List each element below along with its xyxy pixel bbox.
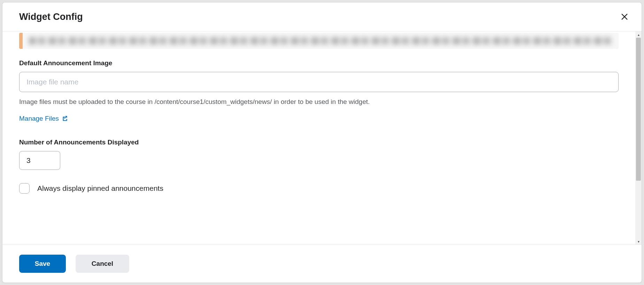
manage-files-row: Manage Files <box>19 115 619 122</box>
modal-footer: Save Cancel <box>2 245 642 283</box>
scroll-down-arrow[interactable]: ▾ <box>635 238 642 245</box>
scroll-thumb[interactable] <box>636 38 641 181</box>
always-pinned-label: Always display pinned announcements <box>37 184 163 193</box>
default-image-label: Default Announcement Image <box>19 59 619 67</box>
save-button[interactable]: Save <box>19 255 66 273</box>
scroll-up-arrow[interactable]: ▴ <box>635 31 642 38</box>
modal-body-wrapper: Default Announcement Image Image files m… <box>2 31 642 245</box>
manage-files-link-label: Manage Files <box>19 115 59 122</box>
modal-title: Widget Config <box>19 12 83 22</box>
widget-config-modal: Widget Config Default Announcement Image… <box>2 2 642 283</box>
close-button[interactable] <box>618 10 631 23</box>
num-announcements-input[interactable] <box>19 151 60 170</box>
default-image-input[interactable] <box>19 72 619 92</box>
cancel-button[interactable]: Cancel <box>76 255 129 273</box>
always-pinned-checkbox[interactable] <box>19 183 30 194</box>
manage-files-link[interactable]: Manage Files <box>19 115 68 122</box>
close-icon <box>621 13 628 21</box>
external-link-icon <box>62 115 68 121</box>
num-announcements-label: Number of Announcements Displayed <box>19 138 619 146</box>
always-pinned-row: Always display pinned announcements <box>19 183 619 194</box>
modal-body: Default Announcement Image Image files m… <box>2 31 635 245</box>
notice-box <box>19 33 619 49</box>
modal-header: Widget Config <box>2 2 642 31</box>
scrollbar[interactable]: ▴ ▾ <box>635 31 642 245</box>
default-image-help-text: Image files must be uploaded to the cour… <box>19 97 619 107</box>
obscured-text <box>29 37 612 45</box>
